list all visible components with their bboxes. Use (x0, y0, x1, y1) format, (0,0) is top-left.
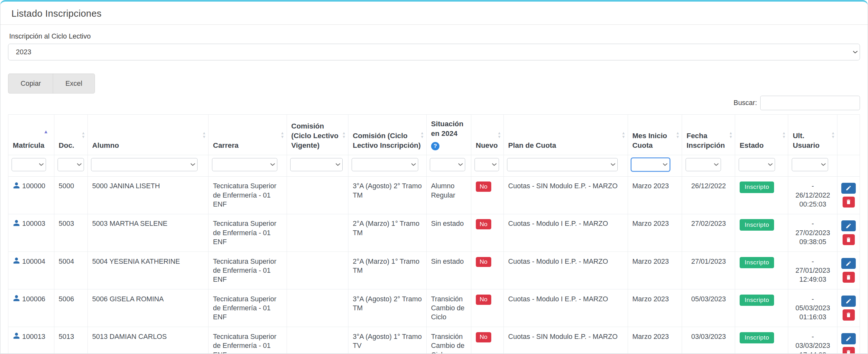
doc-value: 5006 (54, 289, 88, 327)
matricula-value: 100006 (22, 295, 45, 303)
fecha-value: 27/02/2023 (682, 214, 735, 251)
col-header-ult-usuario[interactable]: Ult. Usuario ▲▼ (788, 115, 837, 155)
sort-icons: ▲▼ (82, 131, 85, 139)
table-row: 100004 5004 5004 YESENIA KATHERINE Tecni… (8, 252, 860, 289)
ult-usuario-value: - 27/02/2023 09:38:05 (788, 214, 837, 251)
col-label: Doc. (59, 141, 74, 149)
filter-carrera[interactable] (212, 158, 277, 171)
estado-badge: Inscripto (740, 219, 774, 230)
excel-button[interactable]: Excel (53, 74, 95, 94)
col-label: Ult. Usuario (793, 132, 819, 149)
trash-icon (845, 350, 851, 354)
situacion-value: Alumno Regular (427, 176, 471, 214)
row-actions (842, 257, 855, 283)
filter-alumno[interactable] (91, 158, 197, 171)
comision-inscripcion-value: 3°A (Agosto) 2° Tramo TM (348, 289, 426, 327)
filter-doc[interactable] (58, 158, 84, 171)
filter-ult-usuario[interactable] (792, 158, 829, 171)
carrera-value: Tecnicatura Superior de Enfermería - 01 … (209, 327, 287, 354)
col-header-situacion[interactable]: Situación en 2024 ? (427, 115, 471, 155)
col-label: Situación en 2024 (431, 120, 464, 138)
sort-icons: ▲▼ (831, 131, 835, 139)
trash-icon (845, 274, 851, 280)
edit-button[interactable] (841, 183, 856, 194)
trash-icon (845, 237, 851, 243)
filter-comision-inscripcion[interactable] (352, 158, 418, 171)
col-header-nuevo[interactable]: Nuevo ▲▼ (471, 115, 504, 155)
delete-button[interactable] (843, 309, 855, 320)
col-header-matricula[interactable]: ▲ Matrícula (8, 115, 54, 155)
filter-plan[interactable] (507, 158, 618, 171)
help-icon[interactable]: ? (431, 142, 439, 150)
carrera-value: Tecnicatura Superior de Enfermería - 01 … (209, 289, 287, 327)
nuevo-badge: No (476, 257, 491, 267)
col-label: Carrera (213, 141, 239, 149)
plan-value: Cuotas - Modulo I E.P. - MARZO (503, 289, 628, 327)
delete-button[interactable] (843, 347, 855, 354)
edit-button[interactable] (841, 258, 856, 269)
col-header-mes-inicio[interactable]: Mes Inicio Cuota ▲▼ (628, 115, 682, 155)
sort-icons: ▲▼ (281, 131, 284, 139)
delete-button[interactable] (843, 234, 855, 245)
person-icon (13, 257, 20, 267)
edit-button[interactable] (841, 333, 856, 344)
copy-button[interactable]: Copiar (8, 74, 53, 94)
page-title: Listado Inscripciones (11, 8, 857, 19)
matricula-value: 100000 (22, 182, 45, 190)
search-input[interactable] (760, 96, 860, 110)
filter-situacion[interactable] (430, 158, 465, 171)
person-icon (13, 332, 20, 342)
col-header-comision-inscripcion[interactable]: Comisión (Ciclo Lectivo Inscripción) ▲▼ (348, 115, 426, 155)
col-header-fecha[interactable]: Fecha Inscripción ▲▼ (682, 115, 735, 155)
nuevo-badge: No (476, 181, 491, 192)
col-header-alumno[interactable]: Alumno ▲▼ (88, 115, 208, 155)
col-header-estado[interactable]: Estado ▲▼ (735, 115, 788, 155)
delete-button[interactable] (843, 197, 855, 208)
mes-inicio-value: Marzo 2023 (628, 176, 682, 214)
filter-matricula[interactable] (11, 158, 46, 171)
cycle-select[interactable]: 2023 (8, 44, 860, 60)
fecha-value: 03/03/2023 (682, 327, 735, 354)
situacion-value: Sin estado (427, 252, 471, 289)
alumno-value: 5000 JANINA LISETH (88, 176, 208, 214)
filter-comision-vigente[interactable] (290, 158, 343, 171)
person-icon (13, 219, 20, 229)
search-label: Buscar: (734, 99, 757, 107)
doc-value: 5003 (54, 214, 88, 251)
page-content: Inscripción al Ciclo Lectivo 2023 Copiar… (0, 32, 868, 354)
sort-icons: ▲▼ (782, 131, 786, 139)
filter-nuevo[interactable] (474, 158, 499, 171)
col-header-carrera[interactable]: Carrera ▲▼ (209, 115, 287, 155)
sort-icons: ▲▼ (342, 131, 346, 139)
sort-asc-active-icon: ▲ (43, 129, 48, 134)
matricula-value: 100003 (22, 220, 45, 227)
alumno-value: 5013 DAMIAN CARLOS (88, 327, 208, 354)
delete-button[interactable] (843, 272, 855, 283)
sort-icons: ▲▼ (729, 131, 733, 139)
pencil-icon (845, 185, 851, 191)
table-row: 100003 5003 5003 MARTHA SELENE Tecnicatu… (8, 214, 860, 251)
col-header-plan[interactable]: Plan de Cuota ▲▼ (503, 115, 628, 155)
sort-icons: ▲▼ (676, 131, 679, 139)
situacion-value: Transición Cambio de Ciclo (427, 327, 471, 354)
inscriptions-table: ▲ Matrícula Doc. ▲▼ Alumno ▲▼ Carrera ▲▼ (8, 114, 860, 354)
comision-vigente-value (287, 214, 348, 251)
sort-icons: ▲▼ (497, 131, 501, 139)
row-actions (842, 294, 855, 321)
filter-fecha[interactable] (686, 158, 721, 171)
col-header-doc[interactable]: Doc. ▲▼ (54, 115, 88, 155)
fecha-value: 05/03/2023 (682, 289, 735, 327)
alumno-value: 5004 YESENIA KATHERINE (88, 252, 208, 289)
edit-button[interactable] (841, 295, 856, 307)
filter-mes-inicio[interactable] (631, 158, 670, 171)
pencil-icon (845, 336, 851, 342)
filter-estado[interactable] (739, 158, 775, 171)
person-icon (13, 294, 20, 304)
col-header-comision-vigente[interactable]: Comisión (Ciclo Lectivo Vigente) ▲▼ (287, 115, 348, 155)
comision-vigente-value (287, 289, 348, 327)
plan-value: Cuotas - SIN Modulo E.P. - MARZO (503, 327, 628, 354)
mes-inicio-value: Marzo 2023 (628, 327, 682, 354)
edit-button[interactable] (841, 220, 856, 231)
sort-icons: ▲▼ (420, 131, 424, 139)
person-icon (13, 182, 20, 191)
